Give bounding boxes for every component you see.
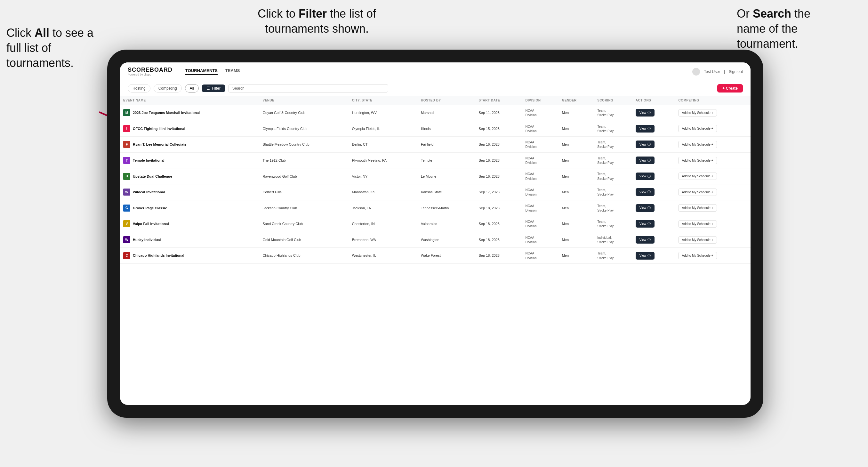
filter-icon: ☰ [207,86,210,91]
scoring-cell: Team,Stroke Play [594,168,632,184]
view-button[interactable]: View ⓘ [636,236,655,244]
venue-cell: Gold Mountain Golf Club [259,232,349,248]
user-name: Test User [704,69,720,74]
scoring-cell: Team,Stroke Play [594,184,632,200]
add-to-schedule-button[interactable]: Add to My Schedule + [678,252,717,259]
schedule-cell: Add to My Schedule + [675,137,750,153]
action-cell: View ⓘ [632,200,675,216]
col-city-state: CITY, STATE [349,96,418,105]
start-date-cell: Sep 11, 2023 [475,105,522,121]
city-state-cell: Huntington, WV [349,105,418,121]
add-to-schedule-button[interactable]: Add to My Schedule + [678,220,717,227]
view-button[interactable]: View ⓘ [636,204,655,212]
division-cell: NCAADivision I [522,137,558,153]
add-to-schedule-button[interactable]: Add to My Schedule + [678,204,717,212]
competing-tab[interactable]: Competing [154,84,182,93]
add-to-schedule-button[interactable]: Add to My Schedule + [678,125,717,132]
tablet-frame: SCOREBOARD Powered by clippd TOURNAMENTS… [107,50,763,418]
add-to-schedule-button[interactable]: Add to My Schedule + [678,109,717,117]
team-logo: V [123,220,130,227]
start-date-cell: Sep 18, 2023 [475,200,522,216]
add-to-schedule-button[interactable]: Add to My Schedule + [678,141,717,148]
hosted-by-cell: Illinois [418,121,475,137]
col-start-date: START DATE [475,96,522,105]
table-row: F Ryan T. Lee Memorial Collegiate Shuttl… [120,137,750,153]
logo-sub: Powered by clippd [128,73,173,76]
team-logo: W [123,189,130,195]
gender-cell: Men [559,184,594,200]
venue-cell: Sand Creek Country Club [259,216,349,232]
action-cell: View ⓘ [632,105,675,121]
city-state-cell: Olympia Fields, IL [349,121,418,137]
table-row: M 2023 Joe Feaganes Marshall Invitationa… [120,105,750,121]
scoring-cell: Team,Stroke Play [594,105,632,121]
event-name-cell: F Ryan T. Lee Memorial Collegiate [120,137,259,153]
division-cell: NCAADivision I [522,232,558,248]
division-cell: NCAADivision I [522,168,558,184]
add-to-schedule-button[interactable]: Add to My Schedule + [678,173,717,180]
division-cell: NCAADivision I [522,184,558,200]
hosted-by-cell: Valparaiso [418,216,475,232]
venue-cell: Chicago Highlands Club [259,248,349,264]
filter-button[interactable]: ☰ Filter [202,85,225,92]
event-name: Valpo Fall Invitational [133,221,169,226]
event-name-cell: I OFCC Fighting Illini Invitational [120,121,259,137]
view-button[interactable]: View ⓘ [636,125,655,132]
add-to-schedule-button[interactable]: Add to My Schedule + [678,189,717,196]
nav-tab-teams[interactable]: TEAMS [225,68,240,75]
separator: | [724,69,725,74]
signout-link[interactable]: Sign out [729,69,743,74]
view-button[interactable]: View ⓘ [636,173,655,180]
toolbar: Hosting Competing All ☰ Filter + Create [120,81,750,96]
annotation-topright: Or Search thename of thetournament. [737,6,859,51]
view-button[interactable]: View ⓘ [636,188,655,196]
view-icon: ⓘ [648,206,651,210]
table-row: U Upstate Dual Challenge Ravenwood Golf … [120,168,750,184]
view-button[interactable]: View ⓘ [636,109,655,117]
event-name: Husky Individual [133,238,161,242]
col-competing: COMPETING [675,96,750,105]
view-button[interactable]: View ⓘ [636,252,655,259]
event-name: Upstate Dual Challenge [133,174,172,179]
event-name: OFCC Fighting Illini Invitational [133,126,185,131]
add-to-schedule-button[interactable]: Add to My Schedule + [678,157,717,164]
search-input[interactable] [228,84,388,93]
event-name-cell: V Valpo Fall Invitational [120,216,259,232]
all-tab[interactable]: All [185,84,199,93]
view-icon: ⓘ [648,221,651,226]
user-avatar [692,68,700,75]
event-name-cell: U Upstate Dual Challenge [120,168,259,184]
start-date-cell: Sep 18, 2023 [475,248,522,264]
hosted-by-cell: Kansas State [418,184,475,200]
view-button[interactable]: View ⓘ [636,157,655,164]
gender-cell: Men [559,232,594,248]
city-state-cell: Westchester, IL [349,248,418,264]
create-button[interactable]: + Create [717,84,743,93]
col-hosted-by: HOSTED BY [418,96,475,105]
schedule-cell: Add to My Schedule + [675,184,750,200]
tablet-screen: SCOREBOARD Powered by clippd TOURNAMENTS… [120,62,750,405]
add-to-schedule-button[interactable]: Add to My Schedule + [678,236,717,244]
event-name-cell: M 2023 Joe Feaganes Marshall Invitationa… [120,105,259,121]
action-cell: View ⓘ [632,152,675,168]
event-name: Ryan T. Lee Memorial Collegiate [133,142,187,147]
team-logo: T [123,157,130,164]
venue-cell: Guyan Golf & Country Club [259,105,349,121]
view-icon: ⓘ [648,126,651,131]
hosting-tab[interactable]: Hosting [128,84,150,93]
view-icon: ⓘ [648,253,651,258]
gender-cell: Men [559,216,594,232]
hosted-by-cell: Temple [418,152,475,168]
view-button[interactable]: View ⓘ [636,141,655,148]
start-date-cell: Sep 16, 2023 [475,137,522,153]
col-actions: ACTIONS [632,96,675,105]
city-state-cell: Manhattan, KS [349,184,418,200]
nav-tab-tournaments[interactable]: TOURNAMENTS [185,68,218,75]
table-row: I OFCC Fighting Illini Invitational Olym… [120,121,750,137]
schedule-cell: Add to My Schedule + [675,121,750,137]
event-name-cell: W Husky Individual [120,232,259,248]
venue-cell: Colbert Hills [259,184,349,200]
view-button[interactable]: View ⓘ [636,220,655,227]
event-name: Wildcat Invitational [133,190,165,194]
event-name-cell: W Wildcat Invitational [120,184,259,200]
